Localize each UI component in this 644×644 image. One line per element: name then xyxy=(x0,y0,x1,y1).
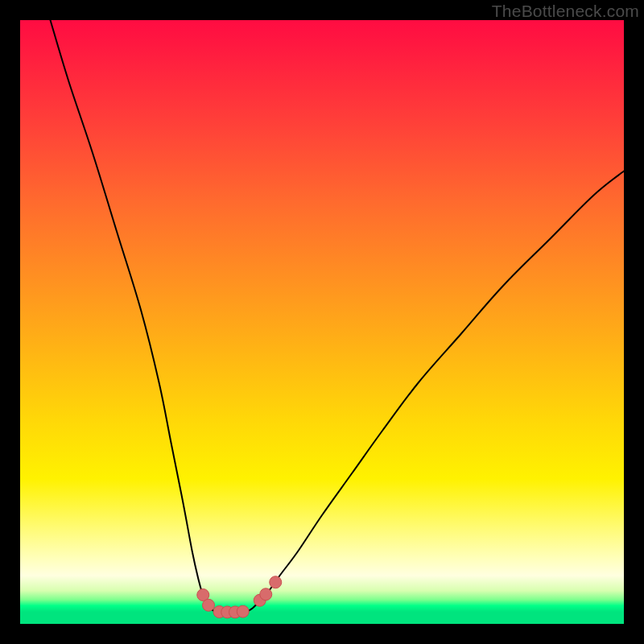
left-marker-lower xyxy=(203,599,215,611)
curve-right-branch xyxy=(249,171,625,611)
watermark-text: TheBottleneck.com xyxy=(492,2,639,21)
bottom-marker-4 xyxy=(237,605,249,617)
right-marker-mid xyxy=(260,588,272,601)
right-marker-upper xyxy=(270,576,282,588)
plot-area xyxy=(20,20,624,624)
marker-group xyxy=(197,576,282,618)
chart-frame: TheBottleneck.com xyxy=(0,0,644,644)
curve-layer xyxy=(20,20,624,624)
curve-left-branch xyxy=(51,20,216,611)
